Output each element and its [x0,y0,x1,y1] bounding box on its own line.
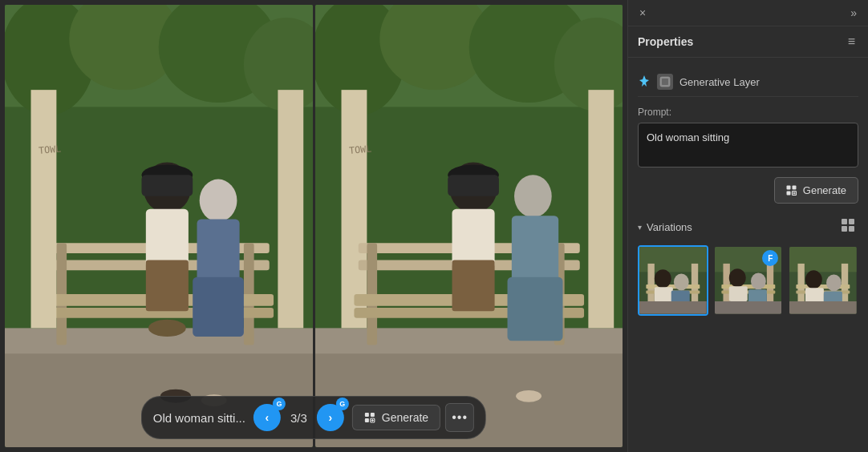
variations-grid: F [638,245,858,316]
svg-point-91 [751,272,766,289]
panel-header: Properties ≡ [628,26,868,58]
next-btn-container: G › [317,404,344,431]
pin-icon [638,75,651,90]
variation-thumb-2[interactable]: F [713,245,784,316]
photo-right-svg: TOWL [315,5,623,447]
variation-thumb-3[interactable] [788,245,858,316]
svg-rect-61 [662,79,668,85]
g-badge-prev: G [273,398,286,410]
variations-label: Variations [647,221,692,233]
svg-rect-46 [452,209,494,268]
gl-layer-icon [657,74,673,90]
svg-rect-25 [193,277,244,337]
svg-point-20 [148,320,186,337]
svg-rect-68 [842,219,847,224]
toolbar-generate-label: Generate [382,411,428,424]
g-badge-next: G [336,398,349,410]
prompt-input[interactable]: Old woman sitting [638,123,858,167]
svg-rect-37 [588,90,614,328]
svg-rect-35 [315,328,623,353]
svg-rect-14 [31,90,57,328]
svg-point-80 [674,273,689,290]
prompt-label: Prompt: [638,107,858,118]
toolbar-prompt: Old woman sitti... [153,411,245,425]
svg-rect-69 [849,219,854,224]
variation-thumb-1[interactable] [638,245,708,316]
panel-menu-button[interactable]: ≡ [845,33,858,50]
svg-rect-52 [507,277,562,341]
svg-rect-79 [655,287,673,302]
svg-rect-71 [849,226,854,232]
svg-rect-90 [728,286,747,301]
panel-close-bar: × » [628,0,868,26]
svg-point-50 [514,175,552,217]
svg-text:TOWL: TOWL [348,143,371,155]
main-layout: TOWL [0,0,868,452]
toolbar-generate-button[interactable]: Generate [352,405,440,430]
svg-rect-101 [805,288,824,303]
canvas-toolbar: Old woman sitti... G ‹ 3/3 G › [141,396,486,439]
svg-rect-76 [646,285,700,289]
photo-left-svg: TOWL [5,5,313,447]
svg-rect-19 [146,260,189,311]
photo-left: TOWL [5,5,313,447]
prev-btn-container: G ‹ [254,404,281,431]
svg-rect-22 [142,175,193,196]
canvas-area: TOWL [0,0,627,452]
grid-view-button[interactable] [838,216,858,237]
panel-content: Generative Layer Prompt: Old woman sitti… [628,58,868,452]
svg-rect-55 [371,413,375,417]
svg-rect-63 [792,186,796,190]
svg-point-53 [516,390,541,402]
generative-layer-label: Generative Layer [679,76,760,88]
variations-toggle[interactable]: ▾ Variations [638,221,692,233]
right-panel: × » Properties ≡ Ge [627,0,868,452]
variations-section: ▾ Variations [638,216,858,316]
photo-right: TOWL [315,5,623,447]
svg-point-89 [728,268,745,287]
variations-header: ▾ Variations [638,216,858,237]
svg-point-23 [200,180,237,222]
svg-rect-70 [842,226,847,232]
svg-text:TOWL: TOWL [38,143,61,155]
chevron-icon: ▾ [638,223,642,232]
svg-rect-54 [365,413,369,417]
generate-icon [364,412,375,423]
panel-collapse-button[interactable]: » [847,5,860,21]
panel-generate-label: Generate [803,184,846,196]
panel-generate-icon [786,185,797,196]
svg-rect-64 [786,192,790,196]
svg-point-100 [805,270,822,289]
svg-rect-36 [341,90,367,328]
svg-rect-47 [452,260,494,311]
svg-rect-15 [278,90,303,328]
panel-close-button[interactable]: × [636,5,649,21]
photos-row: TOWL [0,0,627,452]
more-options-button[interactable]: ••• [445,403,474,432]
svg-rect-82 [639,301,707,314]
svg-point-78 [655,269,671,288]
svg-rect-49 [448,175,499,196]
svg-point-102 [826,275,842,292]
generative-layer-row: Generative Layer [638,67,858,97]
svg-rect-56 [365,418,369,422]
page-indicator: 3/3 [286,411,312,425]
svg-rect-62 [786,186,790,190]
svg-rect-93 [715,301,782,314]
panel-title: Properties [638,35,693,48]
svg-rect-18 [146,209,189,268]
panel-generate-button[interactable]: Generate [774,177,858,204]
svg-rect-24 [197,220,240,288]
svg-rect-104 [789,301,857,314]
svg-rect-98 [797,285,850,289]
